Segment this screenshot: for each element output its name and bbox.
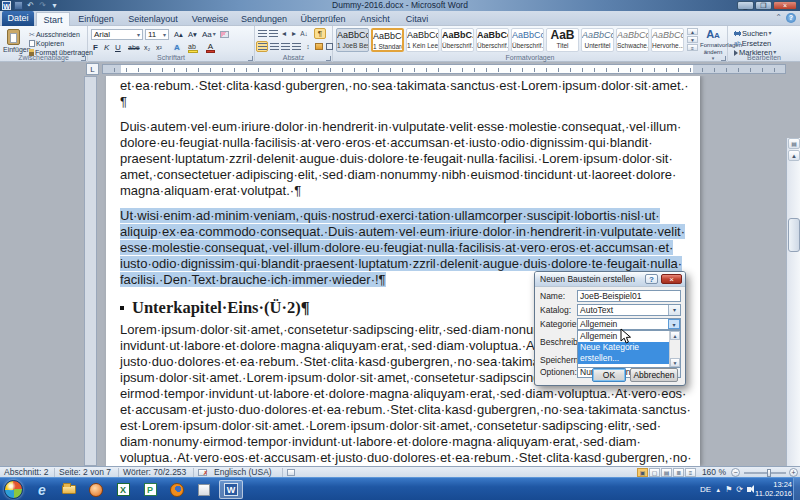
cancel-button[interactable]: Abbrechen bbox=[630, 368, 678, 382]
change-case-button[interactable]: Aa▾ bbox=[200, 29, 218, 40]
tab-ueberpruefen[interactable]: Überprüfen bbox=[294, 12, 352, 26]
hidden-icons-icon[interactable]: ▲ bbox=[715, 487, 721, 493]
justify-button[interactable] bbox=[290, 41, 302, 52]
superscript-button[interactable]: x² bbox=[154, 42, 164, 53]
tab-start[interactable]: Start bbox=[36, 12, 70, 26]
taskbar-firefox-icon[interactable] bbox=[165, 480, 189, 499]
style-chip[interactable]: AaBbCc.Schwache... bbox=[616, 28, 649, 52]
dropdown-scroll-up-icon[interactable]: ▲ bbox=[670, 331, 680, 340]
view-outline-button[interactable]: ≣ bbox=[673, 468, 684, 477]
dialog-close-icon[interactable]: × bbox=[661, 274, 682, 284]
zoom-in-icon[interactable]: + bbox=[789, 468, 798, 477]
taskbar-explorer-icon[interactable] bbox=[57, 480, 81, 499]
show-formatting-marks-button[interactable]: ¶ bbox=[314, 28, 326, 39]
minimize-ribbon-icon[interactable]: ⌃ bbox=[775, 13, 782, 23]
view-print-layout-button[interactable]: ▣ bbox=[637, 468, 648, 477]
ok-button[interactable]: OK bbox=[592, 368, 626, 382]
scrollbar-thumb[interactable] bbox=[788, 218, 800, 252]
font-dialog-launcher[interactable] bbox=[248, 56, 253, 61]
align-left-button[interactable] bbox=[256, 41, 268, 52]
catalog-combo[interactable]: AutoText▾ bbox=[577, 304, 681, 316]
tab-einfuegen[interactable]: Einfügen bbox=[72, 12, 120, 26]
macro-record-icon[interactable] bbox=[287, 469, 295, 476]
italic-button[interactable]: K bbox=[102, 42, 111, 53]
help-icon[interactable]: ? bbox=[786, 13, 796, 23]
style-chip[interactable]: AaBbCcÜberschrif... bbox=[476, 28, 509, 52]
underline-button[interactable]: U bbox=[113, 42, 123, 53]
volume-icon[interactable] bbox=[747, 487, 751, 492]
taskbar-clock[interactable]: 13:24 11.02.2016 bbox=[755, 481, 792, 498]
sync-icon[interactable]: ⟳ bbox=[736, 485, 743, 494]
style-chip[interactable]: AaBbCcIÜberschrif... bbox=[511, 28, 544, 52]
scroll-up-icon[interactable]: ▲ bbox=[788, 150, 800, 161]
name-input[interactable]: JoeB-Beispiel01 bbox=[577, 290, 681, 302]
bold-button[interactable]: F bbox=[91, 42, 100, 53]
group-editing: Suchen▾ ab Ersetzen Markieren▾ Bearbeite… bbox=[728, 26, 800, 62]
zoom-slider-thumb[interactable] bbox=[767, 469, 771, 477]
styles-dialog-launcher[interactable] bbox=[721, 56, 726, 61]
paste-button[interactable]: Einfügen bbox=[3, 28, 25, 53]
clipboard-dialog-launcher[interactable] bbox=[81, 56, 86, 61]
style-chip[interactable]: AaBbCcI1 JoeB Bes... bbox=[336, 28, 369, 52]
font-size-combo[interactable]: 11▾ bbox=[145, 29, 169, 40]
tab-ansicht[interactable]: Ansicht bbox=[354, 12, 396, 26]
shrink-font-button[interactable]: A▾ bbox=[186, 29, 199, 40]
maximize-button[interactable]: ❐ bbox=[755, 1, 772, 10]
clear-formatting-icon[interactable] bbox=[220, 31, 229, 38]
style-chip[interactable]: AaBbCcD.Hervorhe... bbox=[651, 28, 684, 52]
subscript-button[interactable]: x₂ bbox=[142, 42, 152, 53]
close-button[interactable]: × bbox=[773, 1, 797, 10]
style-chip[interactable]: AaBTitel bbox=[546, 28, 579, 52]
tab-verweise[interactable]: Verweise bbox=[186, 12, 234, 26]
show-desktop-button[interactable] bbox=[793, 478, 800, 500]
style-chip[interactable]: AaBbC.Überschrif... bbox=[441, 28, 474, 52]
sort-button[interactable]: A↓ bbox=[298, 28, 310, 39]
dropdown-scrollbar[interactable]: ▲ ▼ bbox=[669, 331, 680, 367]
dialog-help-icon[interactable]: ? bbox=[645, 274, 658, 284]
taskbar-app-p-icon[interactable]: P bbox=[138, 480, 162, 499]
paragraph-dialog-launcher[interactable] bbox=[326, 56, 331, 61]
group-label-editing: Bearbeiten bbox=[728, 54, 800, 62]
text-effects-icon[interactable]: A bbox=[172, 42, 182, 53]
gallery-down-icon[interactable]: ▼ bbox=[687, 36, 698, 43]
grow-font-button[interactable]: A▴ bbox=[172, 29, 185, 40]
vertical-ruler[interactable] bbox=[84, 76, 97, 466]
style-chip[interactable]: AaBbCcI1 Standard bbox=[371, 28, 404, 52]
dropdown-scroll-down-icon[interactable]: ▼ bbox=[670, 358, 680, 367]
copy-icon bbox=[29, 40, 35, 47]
gallery-more-icon[interactable]: ≡ bbox=[687, 44, 698, 51]
taskbar-word-icon[interactable]: W bbox=[219, 480, 243, 499]
style-chip[interactable]: AaBbCcI1 Kein Lee... bbox=[406, 28, 439, 52]
start-button[interactable] bbox=[4, 480, 23, 499]
font-color-button[interactable]: A bbox=[206, 43, 215, 53]
tab-stop-selector[interactable]: L bbox=[86, 63, 99, 75]
highlight-color-button[interactable]: ab bbox=[188, 44, 198, 53]
strikethrough-button[interactable]: abe bbox=[126, 42, 142, 53]
dropdown-item-new-category[interactable]: Neue Kategorie erstellen... bbox=[578, 342, 670, 364]
gallery-up-icon[interactable]: ▲ bbox=[687, 28, 698, 35]
spellcheck-icon[interactable]: ✗ bbox=[198, 469, 207, 476]
action-center-flag-icon[interactable]: ⚑ bbox=[725, 485, 732, 494]
ruler-toggle-icon[interactable]: ▤ bbox=[788, 138, 800, 149]
font-name-combo[interactable]: Arial▾ bbox=[91, 29, 143, 40]
chevron-down-icon[interactable]: ▾ bbox=[668, 319, 680, 329]
tab-citavi[interactable]: Citavi bbox=[398, 12, 436, 26]
language-tray-indicator[interactable]: DE bbox=[700, 485, 711, 494]
view-draft-button[interactable]: ≡ bbox=[685, 468, 696, 477]
view-web-layout-button[interactable]: ▤ bbox=[661, 468, 672, 477]
tab-seitenlayout[interactable]: Seitenlayout bbox=[122, 12, 184, 26]
tab-sendungen[interactable]: Sendungen bbox=[236, 12, 292, 26]
tab-datei[interactable]: Datei bbox=[2, 11, 34, 26]
zoom-out-icon[interactable]: − bbox=[731, 468, 740, 477]
vertical-scrollbar[interactable]: ▤ ▲ ▼ ▲▲ ● ▼▼ bbox=[786, 138, 800, 466]
taskbar-media-player-icon[interactable] bbox=[84, 480, 108, 499]
taskbar-excel-icon[interactable]: X bbox=[111, 480, 135, 499]
chevron-down-icon[interactable]: ▾ bbox=[668, 305, 680, 315]
zoom-slider[interactable] bbox=[744, 472, 786, 474]
taskbar-internet-explorer-icon[interactable]: e bbox=[30, 480, 54, 499]
minimize-button[interactable]: _ bbox=[737, 1, 754, 10]
horizontal-ruler[interactable] bbox=[102, 64, 786, 74]
view-fullscreen-button[interactable]: ▢ bbox=[649, 468, 660, 477]
taskbar-notes-icon[interactable] bbox=[192, 480, 216, 499]
style-chip[interactable]: AaBbCc.Untertitel bbox=[581, 28, 614, 52]
